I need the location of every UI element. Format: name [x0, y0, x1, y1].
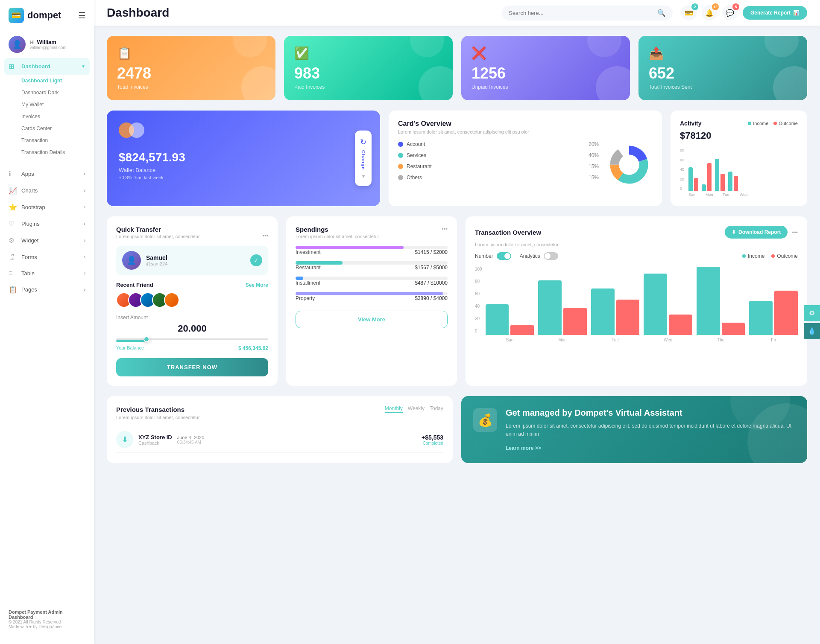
number-toggle-switch[interactable] [497, 252, 511, 260]
wallet-icon-btn[interactable]: 💳 2 [681, 5, 697, 20]
sidebar-user: 👤 Hi, William william@gmail.com [0, 31, 94, 58]
search-input[interactable] [509, 10, 654, 16]
amount-slider[interactable] [116, 338, 268, 342]
view-more-button[interactable]: View More [296, 311, 448, 328]
legend-label-services: Services [407, 152, 585, 158]
settings-panel-btn[interactable]: ⚙ [804, 305, 820, 321]
chevron-right-icon: › [84, 287, 85, 292]
bar-group-sun [688, 167, 698, 191]
chat-icon-btn[interactable]: 💬 5 [722, 5, 738, 20]
total-invoices-icon: 📋 [117, 46, 265, 60]
sidebar-item-apps[interactable]: ℹ Apps › [0, 166, 94, 182]
x-label-wed: Wed [644, 338, 692, 342]
spending-name-investment: Investment [296, 249, 321, 255]
pages-icon: 📋 [9, 286, 17, 294]
download-report-button[interactable]: ⬇ Download Report [725, 226, 788, 239]
header: Dashboard 🔍 💳 2 🔔 12 💬 5 Generate Report… [94, 0, 820, 26]
sidebar-sub-invoices[interactable]: Invoices [0, 111, 94, 122]
logo-text: dompet [27, 10, 61, 21]
content-area: 📋 2478 Total Invoices ✅ 983 Paid Invoice… [94, 26, 820, 644]
friend-avatar-5 [164, 292, 179, 308]
sidebar-sub-dashboard-light[interactable]: Dashboard Light [0, 75, 94, 87]
co-legend: Account 20% Services 40% Restaurant 15% [398, 141, 599, 188]
sidebar-item-forms[interactable]: 🖨 Forms › [0, 249, 94, 265]
sidebar-item-plugins[interactable]: ♡ Plugins › [0, 216, 94, 232]
spending-item-investment: Investment $1415 / $2000 [296, 246, 448, 255]
outcome-dot [773, 122, 777, 125]
sidebar-sub-transaction-details[interactable]: Transaction Details [0, 146, 94, 158]
unpaid-invoices-label: Unpaid Invoices [472, 84, 620, 90]
chevron-right-icon: › [84, 221, 85, 226]
day-label-sun: Sun [688, 192, 700, 197]
download-icon: ⬇ [732, 229, 736, 235]
change-button[interactable]: ↻ Change ▾ [355, 131, 372, 186]
legend-label-others: Others [407, 175, 585, 181]
tab-weekly[interactable]: Weekly [408, 405, 425, 413]
tx-status: Completed [422, 441, 443, 446]
activity-legend: Income Outcome [748, 121, 798, 126]
chat-badge: 5 [732, 3, 739, 10]
spendings-more-btn[interactable]: ••• [442, 226, 448, 232]
middle-row: $824,571.93 Wallet Balance +0,8% than la… [107, 111, 807, 206]
pt-subtitle: Lorem ipsum dolor sit amet, consectetur [116, 415, 443, 420]
activity-bar-chart: 0 20 40 60 80 [680, 148, 798, 197]
tab-today[interactable]: Today [430, 405, 443, 413]
sidebar-item-dashboard[interactable]: ⊞ Dashboard ▼ [4, 58, 90, 75]
gear-icon: ⚙ [809, 309, 815, 317]
spending-item-installment: Installment $487 / $10000 [296, 277, 448, 286]
toggle-row: Number Analytics Inc [475, 252, 798, 260]
sidebar-item-pages[interactable]: 📋 Pages › [0, 281, 94, 298]
legend-pct-services: 40% [589, 152, 599, 158]
total-invoices-label: Total Invoices [117, 84, 265, 90]
to-more-btn[interactable]: ••• [792, 229, 798, 236]
chevron-right-icon: › [84, 205, 85, 210]
income-bar-mon [702, 184, 706, 191]
see-more-link[interactable]: See More [246, 282, 268, 288]
sidebar-sub-cards-center[interactable]: Cards Center [0, 122, 94, 134]
sidebar-sub-my-wallet[interactable]: My Wallet [0, 99, 94, 111]
spending-name-restaurant: Restaurant [296, 265, 321, 271]
transfer-now-button[interactable]: TRANSFER NOW [116, 358, 268, 376]
legend-pct-account: 20% [589, 141, 599, 147]
sidebar-item-label: Dashboard [21, 63, 50, 70]
sidebar-item-table[interactable]: ≡ Table › [0, 265, 94, 281]
sidebar-item-charts[interactable]: 📈 Charts › [0, 182, 94, 199]
spending-amount-installment: $487 / $10000 [415, 280, 448, 286]
balance-value: $ 456,345.62 [238, 345, 268, 351]
hamburger-icon[interactable]: ☰ [70, 3, 94, 28]
x-label-fri: Fri [749, 338, 798, 342]
sidebar-item-label: Apps [21, 171, 34, 177]
generate-report-button[interactable]: Generate Report 📊 [743, 6, 807, 20]
chevron-right-icon: › [84, 188, 85, 193]
qt-more-btn[interactable]: ••• [262, 233, 268, 239]
sidebar-item-label: Charts [21, 187, 38, 194]
spendings-subtitle: Lorem ipsum dolor sit amet, consectetur [296, 234, 379, 239]
generate-report-label: Generate Report [750, 10, 791, 16]
sidebar-item-widget[interactable]: ⚙ Widget › [0, 232, 94, 249]
apps-icon: ℹ [9, 170, 17, 178]
activity-title: Activity [680, 120, 702, 127]
dashboard-icon: ⊞ [9, 62, 17, 70]
day-label-mon: Mon [706, 192, 717, 197]
sidebar-item-label: Pages [21, 286, 37, 293]
income-label-to: Income [748, 253, 764, 259]
analytics-toggle-switch[interactable] [544, 252, 558, 260]
tab-monthly[interactable]: Monthly [385, 405, 403, 413]
sidebar-sub-transaction[interactable]: Transaction [0, 134, 94, 146]
sidebar: 💳 dompet ☰ 👤 Hi, William william@gmail.c… [0, 0, 94, 644]
spending-name-installment: Installment [296, 280, 320, 286]
sidebar-sub-dashboard-dark[interactable]: Dashboard Dark [0, 87, 94, 99]
sidebar-item-bootstrap[interactable]: ⭐ Bootstrap › [0, 199, 94, 216]
prev-row: Previous Transactions Monthly Weekly Tod… [107, 396, 807, 463]
amount-label: Insert Amount [116, 315, 268, 321]
cards-overview-content: Account 20% Services 40% Restaurant 15% [398, 141, 653, 188]
toggle-number-label: Number [475, 253, 493, 259]
legend-dot-restaurant [398, 164, 403, 169]
search-bar[interactable]: 🔍 [502, 6, 673, 20]
unpaid-invoices-icon: ❌ [472, 46, 620, 60]
outcome-legend: Outcome [773, 121, 798, 126]
bell-icon-btn[interactable]: 🔔 12 [702, 5, 717, 20]
water-panel-btn[interactable]: 💧 [804, 323, 820, 339]
income-bar-sun [688, 167, 693, 191]
spending-amount-restaurant: $1567 / $5000 [415, 265, 448, 271]
